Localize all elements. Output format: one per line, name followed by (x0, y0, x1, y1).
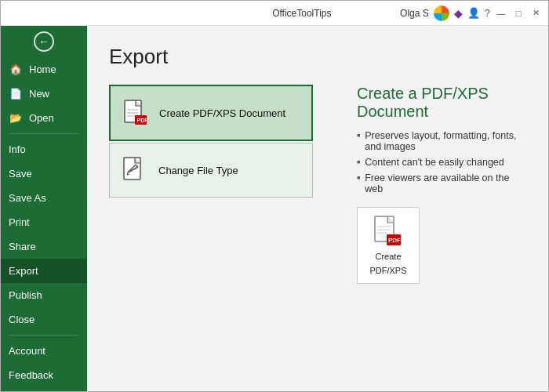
content-area: Export (87, 26, 548, 392)
info-bullet-2: Content can't be easily changed (357, 157, 526, 168)
app-title: OfficeToolTips (204, 8, 401, 19)
sidebar-item-info[interactable]: Info (1, 137, 87, 162)
minimize-button[interactable]: — (495, 7, 507, 20)
sidebar-item-close[interactable]: Close (1, 307, 87, 332)
export-options-panel: PDF Create PDF/XPS Document (109, 85, 313, 284)
titlebar: OfficeToolTips Olga S ◆ 👤 ? — □ ✕ (1, 1, 548, 26)
create-pdf-action-button[interactable]: PDF Create PDF/XPS (357, 207, 420, 284)
sidebar-item-save-label: Save (9, 168, 32, 180)
home-icon: 🏠 (9, 64, 23, 75)
create-pdf-icon: PDF (122, 99, 150, 127)
back-arrow-icon: ← (34, 31, 54, 52)
sidebar-item-new-label: New (29, 88, 49, 100)
change-file-label: Change File Type (158, 165, 238, 176)
help-icon: ? (485, 7, 490, 19)
svg-text:PDF: PDF (137, 118, 148, 123)
bullet-text-3: Free viewers are available on the web (365, 172, 526, 194)
sidebar-item-share-label: Share (9, 241, 36, 252)
sidebar-item-feedback[interactable]: Feedback (1, 363, 87, 387)
office-icon (434, 5, 449, 21)
sidebar-item-export[interactable]: Export (1, 259, 87, 283)
svg-text:PDF: PDF (388, 237, 401, 244)
info-bullet-1: Preserves layout, formatting, fonts, and… (357, 130, 526, 152)
close-button[interactable]: ✕ (529, 7, 542, 20)
create-pdf-label: Create PDF/XPS Document (159, 107, 285, 119)
sidebar-nav: 🏠 Home 📄 New 📂 Open Info Save Save As (1, 57, 87, 392)
user-area: Olga S ◆ 👤 ? — □ ✕ (400, 5, 542, 21)
new-icon: 📄 (9, 88, 23, 100)
sidebar-divider (9, 133, 79, 134)
sidebar-item-open[interactable]: 📂 Open (1, 106, 87, 130)
open-icon: 📂 (9, 112, 23, 124)
maximize-button[interactable]: □ (512, 7, 525, 20)
sidebar-item-publish[interactable]: Publish (1, 283, 87, 307)
sidebar-item-save-as[interactable]: Save As (1, 186, 87, 210)
change-file-button[interactable]: Change File Type (109, 143, 313, 198)
page-title: Export (109, 45, 526, 69)
sidebar-item-share[interactable]: Share (1, 234, 87, 259)
diamond-icon: ◆ (454, 7, 463, 20)
sidebar: ← 🏠 Home 📄 New 📂 Open Info Sa (1, 26, 87, 392)
sidebar-item-info-label: Info (9, 143, 26, 155)
sidebar-item-print-label: Print (9, 216, 30, 228)
bullet-text-2: Content can't be easily changed (365, 157, 504, 168)
sidebar-item-print[interactable]: Print (1, 210, 87, 234)
sidebar-item-export-label: Export (9, 265, 38, 277)
sidebar-item-open-label: Open (29, 112, 54, 124)
create-pdf-button[interactable]: PDF Create PDF/XPS Document (109, 85, 313, 141)
user-name: Olga S (400, 8, 429, 19)
sidebar-item-account[interactable]: Account (1, 339, 87, 363)
sidebar-item-close-label: Close (9, 314, 35, 325)
info-bullets: Preserves layout, formatting, fonts, and… (357, 130, 526, 194)
sidebar-bottom: Account Feedback Options (1, 332, 87, 392)
create-pdf-btn-icon: PDF (374, 216, 402, 247)
sidebar-item-home-label: Home (29, 64, 56, 75)
sidebar-item-new[interactable]: 📄 New (1, 82, 87, 106)
person-icon: 👤 (467, 7, 480, 19)
create-pdf-btn-line2: PDF/XPS (369, 266, 406, 275)
back-button[interactable]: ← (1, 26, 87, 57)
create-pdf-btn-line1: Create (375, 252, 401, 261)
sidebar-item-publish-label: Publish (9, 289, 42, 301)
sidebar-item-home[interactable]: 🏠 Home (1, 57, 87, 82)
sidebar-divider-bottom (9, 335, 79, 336)
sidebar-item-feedback-label: Feedback (9, 369, 53, 381)
content-row: PDF Create PDF/XPS Document (109, 85, 526, 284)
bullet-text-1: Preserves layout, formatting, fonts, and… (365, 130, 526, 152)
info-bullet-3: Free viewers are available on the web (357, 172, 526, 194)
sidebar-item-save[interactable]: Save (1, 162, 87, 186)
change-file-icon (121, 156, 149, 184)
app-body: ← 🏠 Home 📄 New 📂 Open Info Sa (1, 26, 548, 392)
sidebar-item-options[interactable]: Options (1, 387, 87, 392)
sidebar-item-save-as-label: Save As (9, 192, 46, 204)
info-title: Create a PDF/XPS Document (357, 85, 526, 121)
export-info-panel: Create a PDF/XPS Document Preserves layo… (357, 85, 526, 284)
sidebar-item-account-label: Account (9, 345, 45, 357)
